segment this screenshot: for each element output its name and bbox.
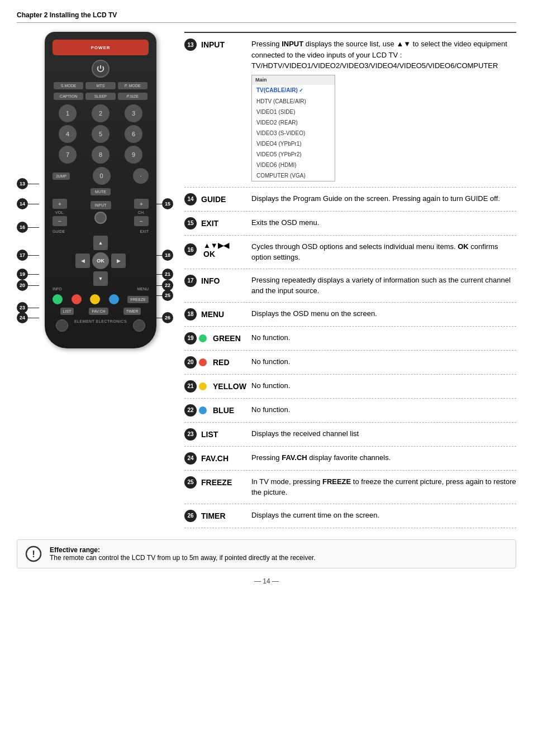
desc-label-17: 17 INFO — [184, 275, 251, 287]
desc-title-14: GUIDE — [201, 195, 226, 204]
yellow-circle-icon — [199, 382, 207, 390]
red-button[interactable] — [72, 294, 82, 304]
desc-row-26: 26 TIMER Displays the current time on th… — [184, 504, 516, 528]
center-select-button[interactable] — [94, 212, 107, 224]
desc-text-20: No function. — [251, 356, 516, 367]
input-popup: Main TV(CABLE/AIR) HDTV (CABLE/AIR) VIDE… — [251, 75, 335, 181]
dpad-area: ▲ ◀ OK ▶ ▼ INFO MENU — [53, 236, 149, 291]
mts-button[interactable]: MTS — [85, 82, 115, 89]
callout-24: 24 — [17, 312, 39, 323]
desc-row-22: 22 BLUE No function. — [184, 399, 516, 423]
num-6-button[interactable]: 6 — [125, 125, 142, 143]
yellow-button[interactable] — [90, 294, 100, 304]
smode-button[interactable]: S.MODE — [54, 82, 83, 89]
num-0-button[interactable]: 0 — [93, 167, 111, 185]
desc-title-25: FREEZE — [201, 478, 232, 487]
mute-row: MUTE — [53, 188, 149, 195]
desc-text-25: In TV mode, pressing FREEZE to freeze th… — [251, 476, 516, 498]
chapter-header: Chapter 2 Installing the LCD TV — [17, 11, 516, 23]
remote-body: POWER S.MODE MTS — [45, 32, 156, 348]
dpad-left-button[interactable]: ◀ — [75, 253, 90, 268]
num-2-button[interactable]: 2 — [92, 104, 110, 122]
desc-text-26: Displays the current time on the screen. — [251, 510, 516, 521]
desc-title-19: GREEN — [213, 334, 241, 343]
circle-24: 24 — [184, 452, 197, 465]
desc-title-23: LIST — [201, 430, 218, 439]
input-item-3: VIDEO2 (REAR) — [252, 117, 335, 128]
desc-row-13: 13 INPUT Pressing INPUT displays the sou… — [184, 33, 516, 188]
power-button[interactable] — [92, 60, 110, 78]
dpad-right-button[interactable]: ▶ — [111, 253, 126, 268]
desc-text-14: Displays the Program Guide on the screen… — [251, 193, 516, 204]
dot-button[interactable]: · — [133, 168, 149, 184]
jump-row: JUMP 0 · — [53, 167, 149, 185]
num-4-button[interactable]: 4 — [59, 125, 77, 143]
circle-23: 23 — [184, 428, 197, 441]
desc-label-25: 25 FREEZE — [184, 476, 251, 489]
callout-line-16 — [28, 227, 39, 228]
num-9-button[interactable]: 9 — [125, 146, 142, 164]
desc-row-20: 20 RED No function. — [184, 351, 516, 375]
remote-top-label: POWER — [91, 45, 110, 50]
callout-circle-21: 21 — [162, 269, 173, 280]
desc-label-14: 14 GUIDE — [184, 193, 251, 205]
ok-button[interactable]: OK — [92, 252, 109, 269]
num-7-button[interactable]: 7 — [59, 146, 77, 164]
remote: POWER S.MODE MTS — [45, 32, 145, 348]
guide-exit-row: GUIDE EXIT — [53, 229, 149, 233]
sleep-button[interactable]: SLEEP — [85, 93, 115, 100]
callout-circle-17: 17 — [17, 250, 28, 261]
freeze-button[interactable]: FREEZE — [127, 296, 149, 303]
red-circle-icon — [199, 358, 207, 366]
input-button[interactable]: INPUT — [91, 201, 111, 209]
desc-title-20: RED — [213, 358, 230, 367]
timer-button[interactable]: TIMER — [123, 308, 141, 315]
desc-text-18: Displays the OSD menu on the screen. — [251, 308, 516, 319]
bottom-right-button[interactable] — [133, 319, 145, 332]
jump-button[interactable]: JUMP — [53, 173, 70, 180]
color-buttons-row: FREEZE — [53, 294, 149, 304]
circle-21: 21 — [184, 380, 197, 393]
desc-title-16-ok: OK — [203, 250, 229, 259]
circle-14: 14 — [184, 193, 197, 205]
green-button[interactable] — [53, 294, 63, 304]
guide-label: GUIDE — [53, 229, 65, 233]
pmode-button[interactable]: P. MODE — [118, 82, 147, 89]
desc-label-19: 19 GREEN — [184, 332, 251, 344]
callout-circle-25: 25 — [162, 290, 173, 301]
num-3-button[interactable]: 3 — [125, 104, 142, 122]
mode-row: S.MODE MTS P. MODE — [53, 82, 149, 89]
callout-line-19 — [28, 274, 39, 275]
num-8-button[interactable]: 8 — [92, 146, 110, 164]
callout-circle-14: 14 — [17, 198, 28, 209]
caption-button[interactable]: CAPTION — [54, 93, 83, 100]
ch-up-button[interactable]: + — [134, 199, 149, 209]
vol-down-button[interactable]: − — [53, 216, 67, 226]
favch-button[interactable]: FAV.CH — [89, 308, 108, 315]
dpad-down-button[interactable]: ▼ — [93, 271, 108, 286]
callout-23: 23 — [17, 302, 39, 313]
mute-button[interactable]: MUTE — [91, 188, 111, 195]
input-center: INPUT — [91, 201, 111, 224]
num-5-button[interactable]: 5 — [92, 125, 110, 143]
psize-button[interactable]: P.SIZE — [118, 93, 147, 100]
desc-title-16-arrows: ▲▼▶◀ — [203, 241, 229, 250]
blue-button[interactable] — [109, 294, 119, 304]
list-button[interactable]: LIST — [60, 308, 74, 315]
ch-down-button[interactable]: − — [134, 216, 149, 226]
page: Chapter 2 Installing the LCD TV 13 14 16 — [0, 0, 533, 756]
page-number: — 14 — — [17, 577, 516, 585]
callout-circle-22: 22 — [162, 280, 173, 291]
desc-title-24: FAV.CH — [201, 454, 229, 463]
dpad-cross: ▲ ◀ OK ▶ ▼ — [75, 236, 126, 286]
bottom-left-button[interactable] — [56, 319, 68, 332]
vol-up-button[interactable]: + — [53, 199, 67, 209]
dpad-up-button[interactable]: ▲ — [93, 236, 108, 250]
desc-title-13: INPUT — [201, 40, 225, 49]
num-1-button[interactable]: 1 — [59, 104, 77, 122]
ch-column: + CH. − — [134, 199, 149, 226]
desc-title-17: INFO — [201, 276, 220, 285]
desc-text-23: Displays the received channel list — [251, 428, 516, 439]
chapter-title: Chapter 2 Installing the LCD TV — [17, 11, 117, 19]
desc-label-26: 26 TIMER — [184, 510, 251, 522]
